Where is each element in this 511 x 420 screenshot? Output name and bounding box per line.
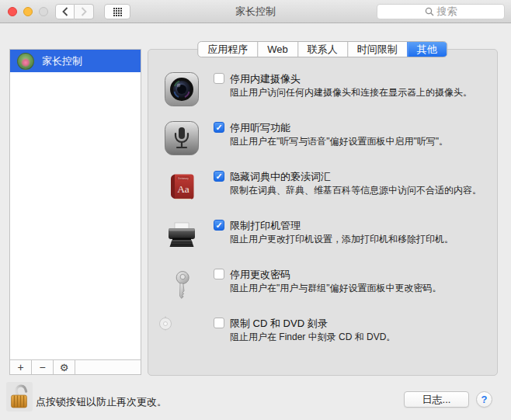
checkbox-restrict-printer[interactable]: ✓ — [214, 220, 224, 231]
disc-icon — [165, 317, 199, 351]
lock-hint-text: 点按锁按钮以防止再次更改。 — [36, 395, 167, 409]
setting-row-camera: ✓ 停用内建摄像头 阻止用户访问任何内建摄像头和连接在显示器上的摄像头。 — [165, 72, 489, 106]
dictionary-icon: Dictionary Aa — [165, 170, 199, 204]
tab-people[interactable]: 联系人 — [297, 42, 347, 57]
microphone-icon — [165, 121, 199, 155]
sidebar-item-parental-controls[interactable]: 家长控制 — [10, 50, 141, 72]
tab-apps[interactable]: 应用程序 — [198, 42, 257, 57]
unlocked-lock-icon — [9, 384, 30, 410]
camera-icon — [165, 72, 199, 106]
checkbox-restrict-burning[interactable]: ✓ — [214, 318, 224, 328]
dictionary-aa-text: Aa — [177, 183, 189, 195]
setting-row-dictionary: Dictionary Aa ✓ 隐藏词典中的亵渎词汇 限制在词典、辞典、维基百科… — [165, 170, 489, 204]
checkbox-hide-profanity[interactable]: ✓ — [214, 171, 224, 182]
setting-description: 阻止用户在"听写与语音"偏好设置面板中启用"听写"。 — [230, 136, 448, 148]
tab-web[interactable]: Web — [257, 42, 297, 57]
setting-description: 阻止用户在"用户与群组"偏好设置面板中更改密码。 — [230, 283, 442, 294]
tab-time-limits[interactable]: 时间限制 — [347, 42, 407, 57]
user-name: 家长控制 — [42, 54, 82, 68]
other-tab-panel: ✓ 停用内建摄像头 阻止用户访问任何内建摄像头和连接在显示器上的摄像头。 — [148, 49, 498, 376]
setting-row-printer: ✓ 限制打印机管理 阻止用户更改打印机设置，添加打印机和移除打印机。 — [165, 219, 489, 253]
gear-menu-button[interactable]: ⚙ — [54, 360, 75, 374]
checkbox-disable-camera[interactable]: ✓ — [214, 73, 224, 84]
setting-description: 阻止用户访问任何内建摄像头和连接在显示器上的摄像头。 — [230, 87, 472, 99]
check-icon: ✓ — [215, 221, 222, 230]
setting-description: 阻止用户在 Finder 中刻录 CD 和 DVD。 — [230, 331, 395, 343]
check-icon: ✓ — [215, 123, 222, 132]
sidebar-actions: + − ⚙ — [10, 359, 141, 374]
check-icon: ✓ — [215, 172, 222, 181]
key-icon — [165, 268, 199, 302]
tab-other[interactable]: 其他 — [407, 42, 447, 57]
help-button[interactable]: ? — [476, 391, 492, 408]
setting-row-password: ✓ 停用更改密码 阻止用户在"用户与群组"偏好设置面板中更改密码。 — [165, 268, 489, 302]
logs-button[interactable]: 日志... — [404, 391, 469, 408]
user-avatar — [17, 53, 34, 70]
lock-button[interactable] — [6, 382, 33, 411]
tab-bar: 应用程序 Web 联系人 时间限制 其他 — [197, 41, 447, 57]
setting-title: 停用内建摄像头 — [230, 72, 472, 85]
setting-title: 停用听写功能 — [230, 121, 448, 134]
setting-title: 停用更改密码 — [230, 268, 442, 281]
printer-icon — [165, 219, 199, 253]
setting-title: 限制 CD 和 DVD 刻录 — [230, 317, 395, 330]
setting-description: 阻止用户更改打印机设置，添加打印机和移除打印机。 — [230, 234, 454, 245]
setting-row-dictation: ✓ 停用听写功能 阻止用户在"听写与语音"偏好设置面板中启用"听写"。 — [165, 121, 489, 155]
setting-title: 隐藏词典中的亵渎词汇 — [230, 170, 481, 183]
setting-title: 限制打印机管理 — [230, 219, 454, 232]
setting-row-burning: ✓ 限制 CD 和 DVD 刻录 阻止用户在 Finder 中刻录 CD 和 D… — [165, 317, 489, 351]
checkbox-disable-dictation[interactable]: ✓ — [214, 122, 224, 133]
add-user-button[interactable]: + — [10, 360, 32, 374]
dictionary-banner-text: Dictionary — [178, 177, 189, 180]
setting-description: 限制在词典、辞典、维基百科等信息源中访问不合适的内容。 — [230, 185, 481, 196]
remove-user-button[interactable]: − — [32, 360, 54, 374]
title-bar: 家长控制 搜索 — [0, 0, 511, 23]
user-list: 家长控制 + − ⚙ — [9, 49, 141, 375]
search-placeholder: 搜索 — [437, 5, 457, 19]
search-icon — [425, 7, 434, 16]
search-input[interactable]: 搜索 — [377, 4, 505, 19]
checkbox-disable-password-change[interactable]: ✓ — [214, 269, 224, 279]
parental-controls-window: 家长控制 搜索 家长控制 + − ⚙ 应用程序 Web 联系人 时间限制 其他 — [0, 0, 511, 420]
